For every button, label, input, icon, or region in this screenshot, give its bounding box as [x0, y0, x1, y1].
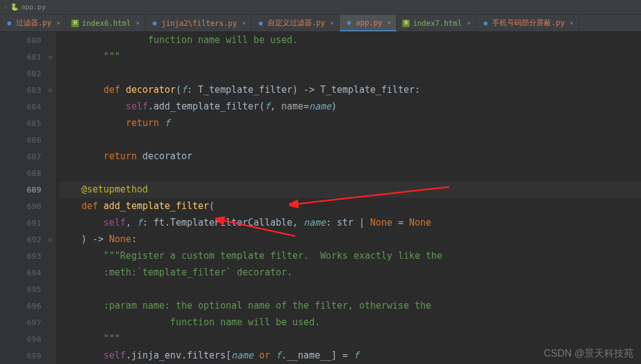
- fold-marker[interactable]: ⊟: [46, 82, 55, 98]
- fold-marker[interactable]: [46, 347, 55, 364]
- line-number[interactable]: 690: [9, 198, 41, 215]
- line-numbers: 6806816826836846856866876886896906916926…: [9, 32, 46, 364]
- line-number[interactable]: 684: [9, 98, 41, 115]
- code-line[interactable]: """Register a custom template filter. Wo…: [59, 248, 641, 264]
- line-number[interactable]: 686: [9, 132, 41, 148]
- code-area[interactable]: function name will be used. """ def deco…: [55, 32, 641, 364]
- code-line[interactable]: return f: [59, 115, 641, 132]
- tabs-bar: ●过滤器.py×Hindex6.html×●jinja2\filters.py×…: [0, 15, 641, 32]
- code-line[interactable]: :meth:`template_filter` decorator.: [59, 264, 641, 281]
- fold-marker[interactable]: [46, 331, 55, 347]
- code-line[interactable]: [59, 281, 641, 298]
- python-icon: ●: [150, 19, 159, 28]
- line-number[interactable]: 683: [9, 82, 41, 98]
- code-line[interactable]: """: [59, 331, 641, 347]
- fold-marker[interactable]: [46, 264, 55, 281]
- python-icon: 🐍: [10, 3, 19, 11]
- code-line[interactable]: @setupmethod: [59, 181, 641, 198]
- fold-marker[interactable]: [46, 115, 55, 132]
- breadcrumb[interactable]: › 🐍 app.py: [4, 3, 46, 11]
- breadcrumb-file: app.py: [22, 3, 46, 11]
- line-number[interactable]: 692: [9, 231, 41, 248]
- fold-marker[interactable]: [46, 148, 55, 165]
- close-icon[interactable]: ×: [330, 19, 335, 27]
- top-toolbar: › 🐍 app.py: [0, 0, 641, 15]
- python-icon: ●: [481, 19, 490, 28]
- code-line[interactable]: def add_template_filter(: [59, 198, 641, 215]
- tab-0[interactable]: ●过滤器.py×: [0, 15, 66, 31]
- code-line[interactable]: ) -> None:: [59, 231, 641, 248]
- line-number[interactable]: 699: [9, 347, 41, 364]
- line-number[interactable]: 695: [9, 281, 41, 298]
- line-number[interactable]: 694: [9, 264, 41, 281]
- tab-1[interactable]: Hindex6.html×: [66, 15, 145, 31]
- fold-strip: ⊟⊟⊟: [46, 32, 55, 364]
- python-icon: ●: [257, 19, 265, 28]
- fold-marker[interactable]: [46, 281, 55, 298]
- fold-marker[interactable]: [46, 314, 55, 331]
- gutter: 6806816826836846856866876886896906916926…: [0, 32, 55, 364]
- code-line[interactable]: function name will be used.: [59, 32, 641, 49]
- fold-marker[interactable]: [46, 298, 55, 314]
- chevron-right-icon: ›: [4, 3, 8, 11]
- tab-3[interactable]: ●自定义过滤器.py×: [252, 15, 340, 31]
- python-icon: ●: [5, 19, 14, 28]
- code-line[interactable]: self, f: ft.TemplateFilterCallable, name…: [59, 215, 641, 231]
- code-line[interactable]: [59, 65, 641, 82]
- code-line[interactable]: [59, 132, 641, 148]
- code-line[interactable]: def decorator(f: T_template_filter) -> T…: [59, 82, 641, 98]
- fold-marker[interactable]: [46, 32, 55, 49]
- line-number[interactable]: 682: [9, 65, 41, 82]
- line-number[interactable]: 681: [9, 49, 41, 65]
- tab-label: 过滤器.py: [16, 18, 52, 28]
- fold-marker[interactable]: [46, 181, 55, 198]
- fold-marker[interactable]: [46, 165, 55, 181]
- fold-marker[interactable]: [46, 132, 55, 148]
- line-number[interactable]: 696: [9, 298, 41, 314]
- line-number[interactable]: 689: [9, 181, 41, 198]
- close-icon[interactable]: ×: [57, 19, 61, 27]
- tab-5[interactable]: Hindex7.html×: [397, 15, 476, 31]
- tab-label: 手机号码部分屏蔽.py: [492, 18, 565, 28]
- line-number[interactable]: 691: [9, 215, 41, 231]
- line-number[interactable]: 697: [9, 314, 41, 331]
- tab-4[interactable]: ●app.py×: [340, 15, 397, 31]
- fold-marker[interactable]: ⊟: [46, 49, 55, 65]
- tab-label: jinja2\filters.py: [161, 19, 237, 28]
- code-line[interactable]: return decorator: [59, 148, 641, 165]
- code-line[interactable]: """: [59, 49, 641, 65]
- fold-marker[interactable]: [46, 248, 55, 264]
- tab-6[interactable]: ●手机号码部分屏蔽.py×: [476, 15, 579, 31]
- tab-label: 自定义过滤器.py: [268, 18, 325, 28]
- html-icon: H: [402, 19, 410, 28]
- code-line[interactable]: :param name: the optional name of the fi…: [59, 298, 641, 314]
- close-icon[interactable]: ×: [136, 19, 140, 27]
- tab-label: index6.html: [82, 19, 130, 28]
- line-number[interactable]: 688: [9, 165, 41, 181]
- fold-marker[interactable]: [46, 215, 55, 231]
- tab-2[interactable]: ●jinja2\filters.py×: [145, 15, 251, 31]
- python-icon: ●: [344, 18, 353, 27]
- fold-marker[interactable]: [46, 198, 55, 215]
- line-number[interactable]: 680: [9, 32, 41, 49]
- close-icon[interactable]: ×: [570, 19, 574, 27]
- line-number[interactable]: 698: [9, 331, 41, 347]
- line-number[interactable]: 685: [9, 115, 41, 132]
- fold-marker[interactable]: ⊟: [46, 231, 55, 248]
- editor: 6806816826836846856866876886896906916926…: [0, 32, 641, 364]
- html-icon: H: [71, 19, 79, 28]
- line-number[interactable]: 693: [9, 248, 41, 264]
- watermark: CSDN @景天科技苑: [544, 347, 634, 360]
- line-number[interactable]: 687: [9, 148, 41, 165]
- fold-marker[interactable]: [46, 98, 55, 115]
- code-line[interactable]: function name will be used.: [59, 314, 641, 331]
- close-icon[interactable]: ×: [388, 18, 392, 26]
- marker-strip: [0, 32, 9, 364]
- close-icon[interactable]: ×: [467, 19, 471, 27]
- fold-marker[interactable]: [46, 65, 55, 82]
- close-icon[interactable]: ×: [242, 19, 246, 27]
- tab-label: index7.html: [413, 19, 461, 28]
- code-line[interactable]: [59, 165, 641, 181]
- tab-label: app.py: [356, 18, 382, 27]
- code-line[interactable]: self.add_template_filter(f, name=name): [59, 98, 641, 115]
